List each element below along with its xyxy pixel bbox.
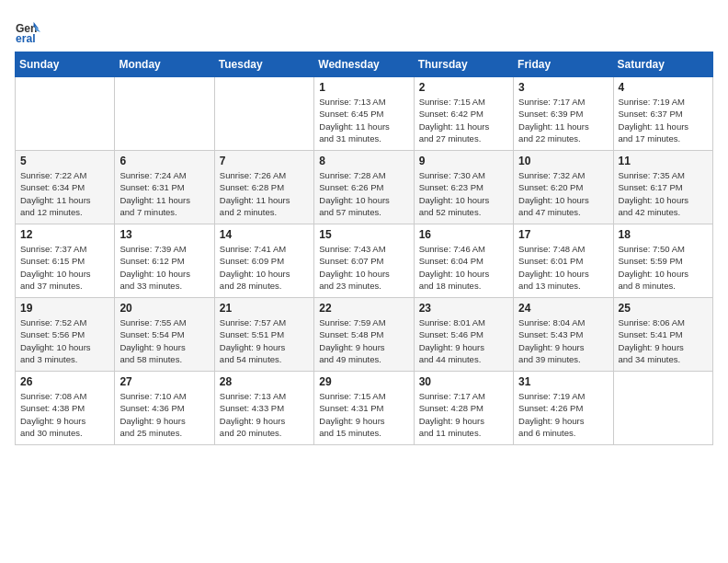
calendar-cell: 6Sunrise: 7:24 AM Sunset: 6:31 PM Daylig…	[115, 151, 214, 224]
day-info: Sunrise: 7:13 AM Sunset: 4:33 PM Dayligh…	[220, 390, 309, 439]
day-number: 2	[419, 81, 508, 94]
calendar-cell: 27Sunrise: 7:10 AM Sunset: 4:36 PM Dayli…	[115, 372, 214, 445]
calendar-cell: 9Sunrise: 7:30 AM Sunset: 6:23 PM Daylig…	[414, 151, 513, 224]
day-number: 14	[220, 228, 309, 241]
calendar-cell: 21Sunrise: 7:57 AM Sunset: 5:51 PM Dayli…	[214, 298, 313, 372]
week-row-4: 19Sunrise: 7:52 AM Sunset: 5:56 PM Dayli…	[16, 298, 713, 372]
day-number: 1	[319, 81, 408, 94]
day-info: Sunrise: 8:06 AM Sunset: 5:41 PM Dayligh…	[619, 316, 708, 365]
day-number: 5	[20, 155, 109, 167]
day-info: Sunrise: 7:22 AM Sunset: 6:34 PM Dayligh…	[20, 169, 109, 218]
header: Gen eral	[15, 15, 713, 44]
day-number: 7	[220, 155, 309, 167]
day-number: 25	[619, 302, 708, 315]
day-number: 30	[419, 375, 508, 388]
day-number: 29	[319, 375, 408, 388]
day-info: Sunrise: 7:50 AM Sunset: 5:59 PM Dayligh…	[619, 243, 708, 292]
calendar-cell: 22Sunrise: 7:59 AM Sunset: 5:48 PM Dayli…	[314, 298, 414, 372]
calendar-table: SundayMondayTuesdayWednesdayThursdayFrid…	[15, 52, 713, 445]
day-number: 12	[20, 228, 109, 241]
day-info: Sunrise: 7:19 AM Sunset: 6:37 PM Dayligh…	[619, 96, 708, 144]
day-info: Sunrise: 7:15 AM Sunset: 4:31 PM Dayligh…	[319, 390, 408, 439]
day-number: 19	[20, 302, 109, 315]
day-number: 27	[119, 375, 209, 388]
logo: Gen eral	[15, 18, 42, 44]
day-info: Sunrise: 7:28 AM Sunset: 6:26 PM Dayligh…	[319, 169, 408, 218]
calendar-cell	[214, 77, 313, 151]
week-row-2: 5Sunrise: 7:22 AM Sunset: 6:34 PM Daylig…	[16, 151, 713, 224]
svg-text:eral: eral	[16, 32, 36, 44]
calendar-cell	[613, 372, 712, 445]
day-info: Sunrise: 7:30 AM Sunset: 6:23 PM Dayligh…	[419, 169, 508, 218]
day-info: Sunrise: 7:19 AM Sunset: 4:26 PM Dayligh…	[518, 390, 608, 439]
day-header-monday: Monday	[115, 52, 214, 77]
day-info: Sunrise: 7:43 AM Sunset: 6:07 PM Dayligh…	[319, 243, 408, 292]
day-info: Sunrise: 7:17 AM Sunset: 6:39 PM Dayligh…	[518, 96, 608, 144]
day-info: Sunrise: 7:17 AM Sunset: 4:28 PM Dayligh…	[419, 390, 508, 439]
calendar-cell: 25Sunrise: 8:06 AM Sunset: 5:41 PM Dayli…	[613, 298, 712, 372]
calendar-cell: 1Sunrise: 7:13 AM Sunset: 6:45 PM Daylig…	[314, 77, 414, 151]
day-number: 11	[619, 155, 708, 167]
calendar-cell: 7Sunrise: 7:26 AM Sunset: 6:28 PM Daylig…	[214, 151, 313, 224]
day-info: Sunrise: 7:24 AM Sunset: 6:31 PM Dayligh…	[119, 169, 209, 218]
day-number: 9	[419, 155, 508, 167]
day-number: 6	[119, 155, 209, 167]
day-info: Sunrise: 8:04 AM Sunset: 5:43 PM Dayligh…	[518, 316, 608, 365]
calendar-cell: 13Sunrise: 7:39 AM Sunset: 6:12 PM Dayli…	[115, 224, 214, 298]
day-number: 23	[419, 302, 508, 315]
day-number: 22	[319, 302, 408, 315]
calendar-cell: 3Sunrise: 7:17 AM Sunset: 6:39 PM Daylig…	[514, 77, 613, 151]
day-header-friday: Friday	[514, 52, 613, 77]
day-number: 26	[20, 375, 109, 388]
week-row-1: 1Sunrise: 7:13 AM Sunset: 6:45 PM Daylig…	[16, 77, 713, 151]
day-info: Sunrise: 8:01 AM Sunset: 5:46 PM Dayligh…	[419, 316, 508, 365]
day-header-wednesday: Wednesday	[314, 52, 414, 77]
calendar-cell: 19Sunrise: 7:52 AM Sunset: 5:56 PM Dayli…	[16, 298, 115, 372]
day-number: 31	[518, 375, 608, 388]
calendar-cell: 14Sunrise: 7:41 AM Sunset: 6:09 PM Dayli…	[214, 224, 313, 298]
logo-icon: Gen eral	[15, 18, 40, 44]
calendar-cell: 20Sunrise: 7:55 AM Sunset: 5:54 PM Dayli…	[115, 298, 214, 372]
day-info: Sunrise: 7:10 AM Sunset: 4:36 PM Dayligh…	[119, 390, 209, 439]
calendar-cell: 18Sunrise: 7:50 AM Sunset: 5:59 PM Dayli…	[613, 224, 712, 298]
day-info: Sunrise: 7:55 AM Sunset: 5:54 PM Dayligh…	[119, 316, 209, 365]
day-number: 13	[119, 228, 209, 241]
calendar-cell: 31Sunrise: 7:19 AM Sunset: 4:26 PM Dayli…	[514, 372, 613, 445]
day-number: 24	[518, 302, 608, 315]
day-header-sunday: Sunday	[16, 52, 115, 77]
day-info: Sunrise: 7:26 AM Sunset: 6:28 PM Dayligh…	[220, 169, 309, 218]
day-info: Sunrise: 7:46 AM Sunset: 6:04 PM Dayligh…	[419, 243, 508, 292]
calendar-cell: 4Sunrise: 7:19 AM Sunset: 6:37 PM Daylig…	[613, 77, 712, 151]
calendar-cell: 23Sunrise: 8:01 AM Sunset: 5:46 PM Dayli…	[414, 298, 513, 372]
calendar-cell: 10Sunrise: 7:32 AM Sunset: 6:20 PM Dayli…	[514, 151, 613, 224]
day-number: 17	[518, 228, 608, 241]
day-info: Sunrise: 7:52 AM Sunset: 5:56 PM Dayligh…	[20, 316, 109, 365]
day-info: Sunrise: 7:15 AM Sunset: 6:42 PM Dayligh…	[419, 96, 508, 144]
calendar-cell: 8Sunrise: 7:28 AM Sunset: 6:26 PM Daylig…	[314, 151, 414, 224]
day-header-tuesday: Tuesday	[214, 52, 313, 77]
calendar-cell: 12Sunrise: 7:37 AM Sunset: 6:15 PM Dayli…	[16, 224, 115, 298]
day-header-saturday: Saturday	[613, 52, 712, 77]
day-header-thursday: Thursday	[414, 52, 513, 77]
calendar-cell: 24Sunrise: 8:04 AM Sunset: 5:43 PM Dayli…	[514, 298, 613, 372]
day-info: Sunrise: 7:59 AM Sunset: 5:48 PM Dayligh…	[319, 316, 408, 365]
day-number: 20	[119, 302, 209, 315]
calendar-cell: 16Sunrise: 7:46 AM Sunset: 6:04 PM Dayli…	[414, 224, 513, 298]
day-number: 28	[220, 375, 309, 388]
calendar-cell: 11Sunrise: 7:35 AM Sunset: 6:17 PM Dayli…	[613, 151, 712, 224]
day-info: Sunrise: 7:57 AM Sunset: 5:51 PM Dayligh…	[220, 316, 309, 365]
day-number: 10	[518, 155, 608, 167]
day-info: Sunrise: 7:08 AM Sunset: 4:38 PM Dayligh…	[20, 390, 109, 439]
calendar-cell: 5Sunrise: 7:22 AM Sunset: 6:34 PM Daylig…	[16, 151, 115, 224]
day-info: Sunrise: 7:39 AM Sunset: 6:12 PM Dayligh…	[119, 243, 209, 292]
day-number: 8	[319, 155, 408, 167]
calendar-cell	[115, 77, 214, 151]
calendar-cell: 28Sunrise: 7:13 AM Sunset: 4:33 PM Dayli…	[214, 372, 313, 445]
day-number: 16	[419, 228, 508, 241]
calendar-cell: 2Sunrise: 7:15 AM Sunset: 6:42 PM Daylig…	[414, 77, 513, 151]
calendar-cell: 30Sunrise: 7:17 AM Sunset: 4:28 PM Dayli…	[414, 372, 513, 445]
day-number: 15	[319, 228, 408, 241]
day-info: Sunrise: 7:48 AM Sunset: 6:01 PM Dayligh…	[518, 243, 608, 292]
day-info: Sunrise: 7:35 AM Sunset: 6:17 PM Dayligh…	[619, 169, 708, 218]
day-number: 18	[619, 228, 708, 241]
